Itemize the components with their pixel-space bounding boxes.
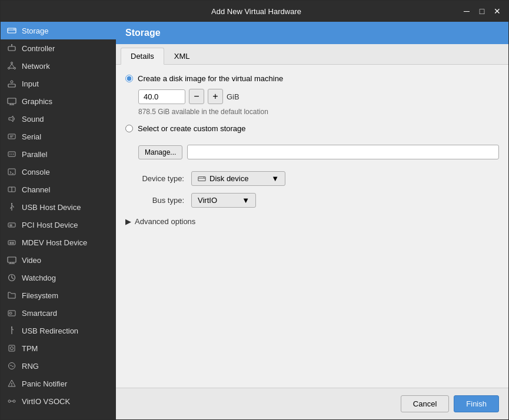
increment-button[interactable]: + bbox=[208, 89, 223, 104]
svg-point-64 bbox=[204, 177, 204, 178]
sidebar-item-video[interactable]: Video bbox=[1, 251, 116, 269]
sidebar-label-usb-redir: USB Redirection bbox=[22, 326, 78, 335]
pci-icon bbox=[6, 219, 17, 230]
sidebar-item-channel[interactable]: Channel bbox=[1, 181, 116, 198]
svg-rect-14 bbox=[8, 98, 16, 104]
sidebar-label-tpm: TPM bbox=[22, 344, 38, 353]
sidebar-label-filesystem: Filesystem bbox=[22, 291, 58, 300]
sidebar-item-input[interactable]: Input bbox=[1, 75, 116, 92]
sidebar-item-mdev-host[interactable]: MDEV Host Device bbox=[1, 234, 116, 251]
content-area: Storage Details XML Create a disk image … bbox=[116, 22, 508, 419]
decrement-button[interactable]: − bbox=[189, 89, 204, 104]
svg-rect-19 bbox=[8, 134, 15, 139]
sidebar-item-parallel[interactable]: Parallel bbox=[1, 145, 116, 163]
svg-rect-49 bbox=[9, 312, 12, 314]
sidebar-label-console: Console bbox=[22, 168, 50, 176]
close-button[interactable]: ✕ bbox=[491, 5, 504, 18]
bus-type-arrow: ▼ bbox=[242, 196, 249, 205]
advanced-options-label: Advanced options bbox=[135, 217, 195, 226]
sidebar-item-usb-redir[interactable]: USB Redirection bbox=[1, 322, 116, 339]
create-disk-option: Create a disk image for the virtual mach… bbox=[125, 74, 499, 83]
tab-xml[interactable]: XML bbox=[164, 48, 200, 64]
custom-storage-radio[interactable] bbox=[125, 125, 133, 132]
bus-type-dropdown[interactable]: VirtIO ▼ bbox=[191, 193, 256, 208]
parallel-icon bbox=[6, 149, 17, 159]
minimize-button[interactable]: ─ bbox=[460, 5, 473, 18]
svg-point-52 bbox=[11, 326, 12, 328]
svg-point-59 bbox=[8, 400, 11, 402]
disk-device-icon bbox=[198, 175, 206, 183]
svg-line-9 bbox=[9, 64, 12, 68]
advanced-options-toggle[interactable]: ▶ Advanced options bbox=[125, 215, 499, 228]
sidebar-item-filesystem[interactable]: Filesystem bbox=[1, 286, 116, 304]
storage-path-input[interactable] bbox=[187, 145, 499, 159]
channel-icon bbox=[6, 184, 17, 195]
sidebar-label-pci-host: PCI Host Device bbox=[22, 221, 78, 229]
device-type-value: Disk device bbox=[209, 174, 248, 183]
advanced-arrow-icon: ▶ bbox=[125, 217, 131, 226]
sidebar: Storage Controller bbox=[1, 22, 116, 419]
manage-button[interactable]: Manage... bbox=[138, 145, 182, 159]
disk-size-row: − + GiB bbox=[138, 89, 499, 104]
sidebar-label-smartcard: Smartcard bbox=[22, 309, 57, 318]
svg-rect-53 bbox=[9, 345, 15, 351]
window-title: Add New Virtual Hardware bbox=[52, 7, 460, 16]
sidebar-label-input: Input bbox=[22, 79, 39, 88]
sidebar-label-controller: Controller bbox=[22, 44, 55, 53]
sidebar-item-tpm[interactable]: TPM bbox=[1, 339, 116, 357]
sidebar-item-network[interactable]: Network bbox=[1, 57, 116, 75]
sidebar-label-parallel: Parallel bbox=[22, 150, 47, 159]
available-space-text: 878.5 GiB available in the default locat… bbox=[138, 108, 499, 116]
virtio-vsock-icon bbox=[6, 396, 17, 406]
rng-icon bbox=[6, 361, 17, 371]
finish-button[interactable]: Finish bbox=[454, 395, 499, 412]
sidebar-item-rng[interactable]: RNG bbox=[1, 357, 116, 375]
sidebar-item-panic[interactable]: Panic Notifier bbox=[1, 375, 116, 392]
cancel-button[interactable]: Cancel bbox=[401, 395, 449, 412]
content-header: Storage bbox=[116, 22, 508, 44]
watchdog-icon bbox=[6, 272, 17, 283]
sidebar-item-console[interactable]: Console bbox=[1, 163, 116, 181]
tab-details[interactable]: Details bbox=[121, 48, 164, 65]
sidebar-item-pci-host[interactable]: PCI Host Device bbox=[1, 216, 116, 234]
device-type-dropdown[interactable]: Disk device ▼ bbox=[191, 171, 285, 186]
svg-line-10 bbox=[12, 64, 14, 68]
sidebar-item-serial[interactable]: Serial bbox=[1, 128, 116, 145]
sidebar-label-storage: Storage bbox=[22, 26, 49, 35]
sidebar-item-sound[interactable]: Sound bbox=[1, 110, 116, 128]
sidebar-item-smartcard[interactable]: Smartcard bbox=[1, 304, 116, 322]
sidebar-label-virtio-vsock: VirtIO VSOCK bbox=[22, 397, 70, 406]
create-disk-radio[interactable] bbox=[125, 75, 133, 82]
svg-rect-41 bbox=[8, 257, 16, 262]
network-icon bbox=[6, 61, 17, 71]
sidebar-item-controller[interactable]: Controller bbox=[1, 39, 116, 57]
tpm-icon bbox=[6, 343, 17, 354]
sidebar-item-usb-host[interactable]: USB Host Device bbox=[1, 198, 116, 216]
serial-icon bbox=[6, 131, 17, 142]
tab-bar: Details XML bbox=[116, 44, 508, 65]
window-body: Storage Controller bbox=[1, 22, 508, 419]
svg-rect-38 bbox=[8, 241, 15, 245]
sidebar-item-virtio-vsock[interactable]: VirtIO VSOCK bbox=[1, 392, 116, 410]
svg-point-5 bbox=[11, 44, 12, 45]
sound-icon bbox=[6, 114, 17, 124]
sidebar-item-graphics[interactable]: Graphics bbox=[1, 92, 116, 110]
svg-line-47 bbox=[12, 278, 14, 279]
restore-button[interactable]: □ bbox=[475, 5, 488, 18]
sidebar-item-storage[interactable]: Storage bbox=[1, 22, 116, 39]
svg-point-6 bbox=[11, 62, 13, 64]
disk-size-input[interactable] bbox=[138, 89, 185, 104]
video-icon bbox=[6, 255, 17, 265]
svg-point-60 bbox=[13, 400, 15, 402]
filesystem-icon bbox=[6, 290, 17, 301]
console-icon bbox=[6, 166, 17, 177]
sidebar-item-watchdog[interactable]: Watchdog bbox=[1, 269, 116, 286]
device-type-arrow: ▼ bbox=[271, 174, 279, 183]
bus-type-row: Bus type: VirtIO ▼ bbox=[125, 193, 499, 208]
window-controls: ─ □ ✕ bbox=[460, 5, 504, 18]
device-type-row: Device type: Disk device ▼ bbox=[125, 171, 499, 186]
svg-point-54 bbox=[11, 347, 14, 350]
content-main: Create a disk image for the virtual mach… bbox=[116, 65, 508, 388]
svg-rect-0 bbox=[8, 28, 16, 33]
svg-rect-3 bbox=[8, 46, 15, 51]
